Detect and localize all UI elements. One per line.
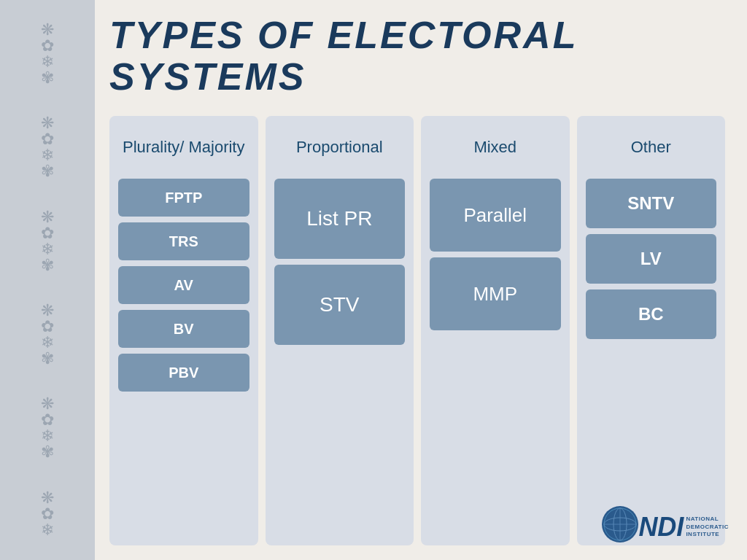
column-mixed: Mixed Parallel MMP [421, 116, 570, 545]
ndi-text-block: NDI NATIONAL DEMOCRATIC INSTITUTE [602, 506, 729, 545]
column-proportional: Proportional List PR STV [266, 116, 414, 545]
main-content: TYPES OF ELECTORAL SYSTEMS Plurality/ Ma… [95, 0, 747, 560]
page-title: TYPES OF ELECTORAL SYSTEMS [109, 15, 725, 98]
column-mixed-title: Mixed [473, 129, 516, 166]
item-fptp: FPTP [118, 179, 249, 217]
item-pbv: PBV [118, 354, 249, 392]
column-other: Other SNTV LV BC [577, 116, 726, 545]
deco-1: ❋✿❄✾ [41, 22, 54, 86]
column-other-title: Other [631, 129, 671, 166]
left-sidebar: ❋✿❄✾ ❋✿❄✾ ❋✿❄✾ ❋✿❄✾ ❋✿❄✾ ❋✿❄ [0, 0, 95, 560]
column-proportional-title: Proportional [296, 129, 383, 166]
deco-3: ❋✿❄✾ [41, 209, 54, 273]
deco-4: ❋✿❄✾ [41, 303, 54, 367]
ndi-globe-icon [602, 506, 638, 542]
deco-6: ❋✿❄ [41, 490, 54, 538]
column-plurality: Plurality/ Majority FPTP TRS AV BV PBV [109, 116, 258, 545]
item-parallel: Parallel [430, 179, 561, 252]
item-av: AV [118, 266, 249, 304]
item-trs: TRS [118, 222, 249, 260]
ndi-logo: NDI NATIONAL DEMOCRATIC INSTITUTE [602, 506, 729, 545]
ndi-full-name: NATIONAL DEMOCRATIC INSTITUTE [686, 516, 729, 538]
item-list-pr: List PR [274, 179, 406, 259]
item-bc: BC [586, 289, 717, 339]
item-stv: STV [274, 265, 406, 345]
item-mmp: MMP [430, 257, 561, 330]
column-plurality-title: Plurality/ Majority [123, 129, 244, 166]
item-lv: LV [586, 234, 717, 284]
item-sntv: SNTV [586, 179, 717, 228]
sidebar-decorations: ❋✿❄✾ ❋✿❄✾ ❋✿❄✾ ❋✿❄✾ ❋✿❄✾ ❋✿❄ [0, 0, 95, 560]
deco-5: ❋✿❄✾ [41, 396, 54, 460]
ndi-letters: NDI [638, 514, 684, 540]
columns-container: Plurality/ Majority FPTP TRS AV BV PBV P… [109, 116, 725, 545]
item-bv: BV [118, 310, 249, 348]
deco-2: ❋✿❄✾ [41, 115, 54, 179]
